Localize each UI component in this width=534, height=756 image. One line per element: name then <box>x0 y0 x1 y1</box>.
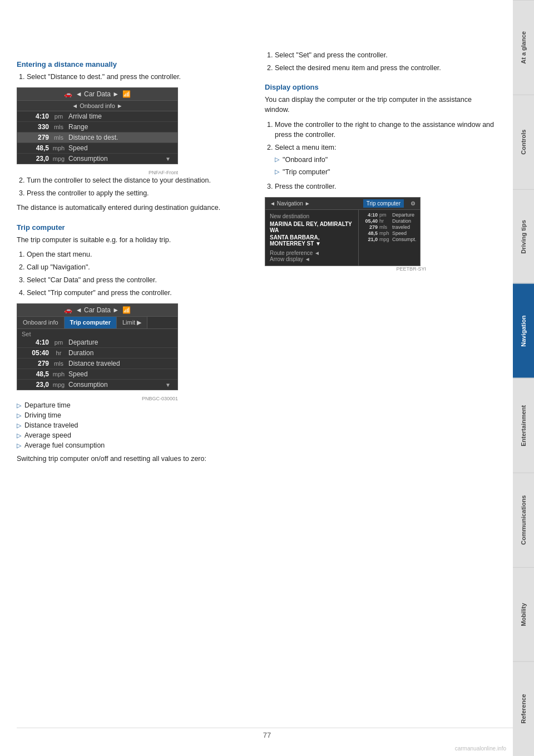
car-data-row-distance: 279 mls Distance to dest. <box>17 132 177 143</box>
display-step-2: Select a menu item: ▷ "Onboard info" ▷ "… <box>275 143 496 177</box>
trip-step-4: Select "Trip computer" and press the con… <box>27 288 248 298</box>
trip-row-consumption: 23,0 mpg Consumption ▼ <box>17 380 177 390</box>
trip-step-1: Open the start menu. <box>27 249 248 259</box>
car-data-panel-1: 🚗 ◄ Car Data ► 📶 ◄ Onboard info ► 4:10 p… <box>17 87 178 164</box>
nav-dest-line-1: MARINA DEL REY, ADMIRALTY WA <box>270 221 354 233</box>
section-heading-distance: Entering a distance manually <box>17 60 248 68</box>
nav-header-left: ◄ Navigation ► <box>270 200 359 207</box>
nav-left-panel: New destination MARINA DEL REY, ADMIRALT… <box>265 210 359 266</box>
car-data-row-arrival: 4:10 pm Arrival time <box>17 111 177 122</box>
bullet-driving: ▷ Driving time <box>17 411 248 419</box>
distance-steps: Select "Distance to dest." and press the… <box>17 72 248 82</box>
distance-steps-2-3: Turn the controller to select the distan… <box>17 175 248 198</box>
display-step-1: Move the controller to the right to chan… <box>275 120 496 140</box>
nav-section-body: New destination MARINA DEL REY, ADMIRALT… <box>265 210 420 266</box>
trip-step-2: Call up "Navigation". <box>27 262 248 272</box>
trip-panel-header: 🚗 ◄ Car Data ► 📶 <box>17 304 177 317</box>
nav-data-traveled: 279 mls traveled <box>362 224 417 230</box>
trip-step-3: Select "Car Data" and press the controll… <box>27 275 248 285</box>
distance-step-2: Turn the controller to select the distan… <box>27 175 248 185</box>
trip-row-distance: 279 mls Distance traveled <box>17 359 177 369</box>
trip-computer-tab-label: Trip computer <box>363 199 404 208</box>
trip-steps: Open the start menu. Call up "Navigation… <box>17 249 248 298</box>
sidebar-tab-communications[interactable]: Communications <box>513 473 534 567</box>
car-icon: 🚗 <box>64 90 72 98</box>
bullet-features: ▷ Departure time ▷ Driving time ▷ Distan… <box>17 401 248 449</box>
tri-icon-menu-2: ▷ <box>275 168 279 176</box>
trip-row-departure: 4:10 pm Departure <box>17 337 177 348</box>
trip-intro: The trip computer is suitable e.g. for a… <box>17 235 248 245</box>
nav-link-route: Route preference ◄ <box>270 250 354 256</box>
scroll-indicator-2: ▼ <box>165 382 171 388</box>
nav-data-departure: 4:10 pm Departure <box>362 212 417 218</box>
trip-set-label: Set <box>17 329 177 337</box>
distance-step-1: Select "Distance to dest." and press the… <box>27 72 248 82</box>
watermark: carmanualonline.info <box>455 745 506 752</box>
display-step-3: Press the controller. <box>275 181 496 192</box>
tab-trip-computer[interactable]: Trip computer <box>65 317 117 328</box>
trip-tabs: Onboard info Trip computer Limit ▶ <box>17 317 177 329</box>
nav-screenshot-panel: ◄ Navigation ► Trip computer ⚙ New desti… <box>265 197 421 266</box>
panel-note-1: PNFAF-Front <box>17 170 178 175</box>
nav-dest-line-2: SANTA BARBARA, MONTERREY ST ▼ <box>270 234 354 247</box>
sidebar-tab-navigation[interactable]: Navigation <box>513 283 534 378</box>
car-icon-2: 🚗 <box>64 306 72 314</box>
tab-limit[interactable]: Limit ▶ <box>117 317 147 328</box>
sidebar-tab-at-a-glance[interactable]: At a glance <box>513 0 534 95</box>
car-data-row-range: 330 mls Range <box>17 122 177 132</box>
distance-note: The distance is automatically entered du… <box>17 203 248 213</box>
section-heading-trip: Trip computer <box>17 223 248 232</box>
display-intro: You can display the computer or the trip… <box>265 95 496 115</box>
signal-icon-2: 📶 <box>122 306 131 314</box>
bullet-avg-fuel: ▷ Average fuel consumption <box>17 441 248 449</box>
distance-step-3: Press the controller to apply the settin… <box>27 188 248 198</box>
left-column: Entering a distance manually Select "Dis… <box>17 17 248 468</box>
settings-icon: ⚙ <box>411 200 416 207</box>
nav-right-panel: 4:10 pm Departure 05,40 hr Duration 279 … <box>359 210 420 266</box>
trip-row-speed: 48,5 mph Speed <box>17 369 177 380</box>
bullet-avg-speed: ▷ Average speed <box>17 431 248 439</box>
tri-icon-menu-1: ▷ <box>275 155 279 164</box>
tri-icon-5: ▷ <box>17 442 21 449</box>
nav-data-consumption: 21,0 mpg Consumpt. <box>362 237 417 242</box>
sidebar: At a glanceControlsDriving tipsNavigatio… <box>513 0 534 756</box>
signal-icon: 📶 <box>122 90 131 98</box>
nav-dest-title: New destination <box>270 213 354 219</box>
nav-screenshot-header: ◄ Navigation ► Trip computer ⚙ <box>265 198 420 210</box>
trip-row-duration: 05:40 hr Duration <box>17 348 177 359</box>
main-content: Entering a distance manually Select "Dis… <box>0 0 513 485</box>
sidebar-tab-driving-tips[interactable]: Driving tips <box>513 189 534 284</box>
tri-icon-4: ▷ <box>17 432 21 439</box>
sidebar-tab-reference[interactable]: Reference <box>513 661 534 756</box>
nav-data-speed: 48,5 mph Speed <box>362 230 417 236</box>
car-data-header-1: 🚗 ◄ Car Data ► 📶 <box>17 88 177 101</box>
car-data-row-speed: 48,5 mph Speed <box>17 143 177 154</box>
sidebar-tab-mobility[interactable]: Mobility <box>513 567 534 662</box>
scroll-indicator: ▼ <box>165 156 171 162</box>
right-step-2: Select the desired menu item and press t… <box>275 63 496 73</box>
bullet-departure: ▷ Departure time <box>17 401 248 409</box>
page-divider <box>17 728 513 728</box>
tab-onboard-info[interactable]: Onboard info <box>17 317 65 328</box>
sidebar-tab-entertainment[interactable]: Entertainment <box>513 378 534 473</box>
right-column: Select "Set" and press the controller. S… <box>265 17 496 468</box>
trip-computer-panel: 🚗 ◄ Car Data ► 📶 Onboard info Trip compu… <box>17 303 178 390</box>
menu-item-onboard: ▷ "Onboard info" <box>275 155 496 165</box>
display-steps: Move the controller to the right to chan… <box>265 120 496 192</box>
panel-note-2: PNBGC-030001 <box>17 396 178 401</box>
right-steps-1: Select "Set" and press the controller. S… <box>265 50 496 73</box>
menu-items-list: ▷ "Onboard info" ▷ "Trip computer" <box>275 155 496 177</box>
sidebar-tab-controls[interactable]: Controls <box>513 95 534 189</box>
car-data-row-consumption: 23,0 mpg Consumption ▼ <box>17 154 177 164</box>
tri-icon-2: ▷ <box>17 412 21 419</box>
nav-data-duration: 05,40 hr Duration <box>362 218 417 224</box>
tri-icon-3: ▷ <box>17 422 21 429</box>
switch-note: Switching trip computer on/off and reset… <box>17 454 248 464</box>
section-heading-display: Display options <box>265 83 496 91</box>
right-step-1: Select "Set" and press the controller. <box>275 50 496 60</box>
panel-note-3: PEETBR-SYI <box>265 266 426 272</box>
car-data-subheader-1: ◄ Onboard info ► <box>17 101 177 111</box>
bullet-distance: ▷ Distance traveled <box>17 421 248 429</box>
menu-item-trip: ▷ "Trip computer" <box>275 167 496 177</box>
page-number: 77 <box>263 731 271 739</box>
